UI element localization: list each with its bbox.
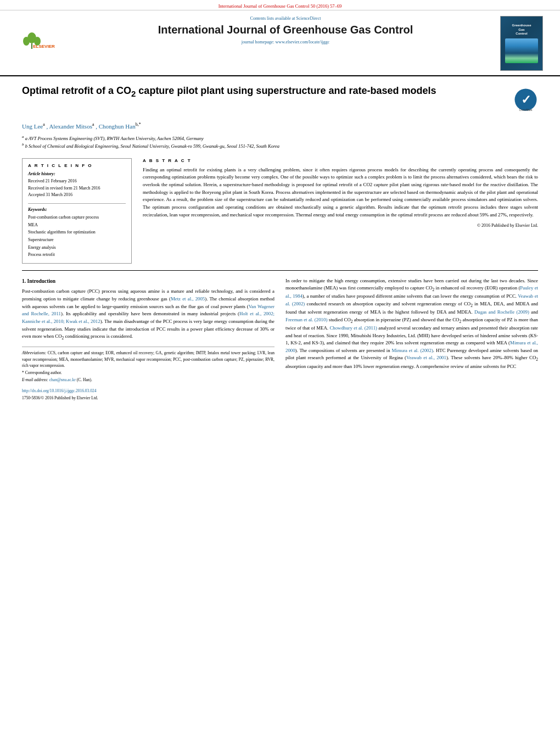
- body-column-right: In order to mitigate the high energy con…: [285, 277, 538, 401]
- copyright-footer: 1750-5836/© 2016 Published by Elsevier L…: [22, 395, 275, 401]
- elsevier-logo-area: ELSEVIER: [11, 16, 77, 71]
- section-1-col2-text: In order to mitigate the high energy con…: [285, 277, 538, 370]
- footnotes-area: Abbreviations: CCS, carbon capture and s…: [22, 347, 275, 401]
- article-info-abstract-row: A R T I C L E I N F O Article history: R…: [22, 158, 538, 264]
- section-divider: [22, 270, 538, 271]
- abstract-header: A B S T R A C T: [143, 158, 538, 163]
- abbreviations-footnote: Abbreviations: CCS, carbon capture and s…: [22, 350, 275, 369]
- article-history-items: Received 21 February 2016 Received in re…: [28, 178, 126, 199]
- keywords-label: Keywords:: [28, 207, 126, 212]
- affiliations: a a AVT Process Systems Engineering (SVT…: [22, 134, 538, 150]
- journal-cover-area: Greenhouse Gas Control: [494, 16, 549, 71]
- svg-text:CrossMark: CrossMark: [519, 108, 533, 111]
- doi-link[interactable]: http://dx.doi.org/10.1016/j.ijggc.2016.0…: [22, 388, 275, 394]
- corresponding-author-footnote: * Corresponding author.: [22, 370, 275, 376]
- svg-rect-3: [31, 43, 32, 49]
- journal-homepage-line: journal homepage: www.elsevier.com/locat…: [82, 40, 489, 44]
- abstract-column: A B S T R A C T Finding an optimal retro…: [143, 158, 538, 264]
- journal-main-title: International Journal of Greenhouse Gas …: [82, 23, 489, 36]
- article-info-box: A R T I C L E I N F O Article history: R…: [22, 158, 132, 264]
- copyright-line: © 2016 Published by Elsevier Ltd.: [143, 223, 538, 228]
- body-column-left: 1. Introduction Post-combustion carbon c…: [22, 277, 275, 401]
- svg-text:ELSEVIER: ELSEVIER: [33, 44, 55, 49]
- affiliation-a: a a AVT Process Systems Engineering (SVT…: [22, 134, 538, 142]
- article-history-label: Article history:: [28, 171, 126, 176]
- cover-image: [505, 38, 538, 63]
- journal-header: ELSEVIER Contents lists available at Sci…: [0, 10, 560, 76]
- journal-cover-thumbnail: Greenhouse Gas Control: [500, 16, 543, 71]
- contents-available-text: Contents lists available at ScienceDirec…: [82, 16, 489, 21]
- svg-point-1: [23, 37, 30, 46]
- affiliation-b: b b School of Chemical and Biological En…: [22, 142, 538, 150]
- section-1-title: 1. Introduction: [22, 277, 275, 286]
- article-title: Optimal retrofit of a CO2 capture pilot …: [22, 85, 513, 99]
- journal-citation: International Journal of Greenhouse Gas …: [219, 3, 342, 9]
- journal-title-area: Contents lists available at ScienceDirec…: [77, 16, 494, 71]
- svg-text:✓: ✓: [521, 93, 531, 107]
- cover-title-text: Greenhouse Gas Control: [512, 24, 531, 36]
- authors-line: Ung Leea , Alexander Mitsosa , Chonghun …: [22, 122, 538, 130]
- body-content-columns: 1. Introduction Post-combustion carbon c…: [22, 277, 538, 401]
- journal-citation-bar: International Journal of Greenhouse Gas …: [0, 0, 560, 10]
- main-content-area: Optimal retrofit of a CO2 capture pilot …: [0, 76, 560, 409]
- article-info-header: A R T I C L E I N F O: [28, 163, 126, 168]
- info-divider: [28, 203, 126, 204]
- crossmark-logo-icon[interactable]: ✓ CrossMark: [513, 87, 538, 112]
- article-title-area: Optimal retrofit of a CO2 capture pilot …: [22, 85, 538, 116]
- section-1-col1-text: Post-combustion carbon capture (PCC) pro…: [22, 288, 275, 341]
- article-info-column: A R T I C L E I N F O Article history: R…: [22, 158, 132, 264]
- email-footnote: E-mail address: chan@snu.ac.kr (C. Han).: [22, 377, 275, 383]
- abstract-text: Finding an optimal retrofit for existing…: [143, 166, 538, 219]
- elsevier-logo-icon: ELSEVIER: [16, 31, 71, 56]
- keywords-list: Post-combustion carbon capture process M…: [28, 214, 126, 259]
